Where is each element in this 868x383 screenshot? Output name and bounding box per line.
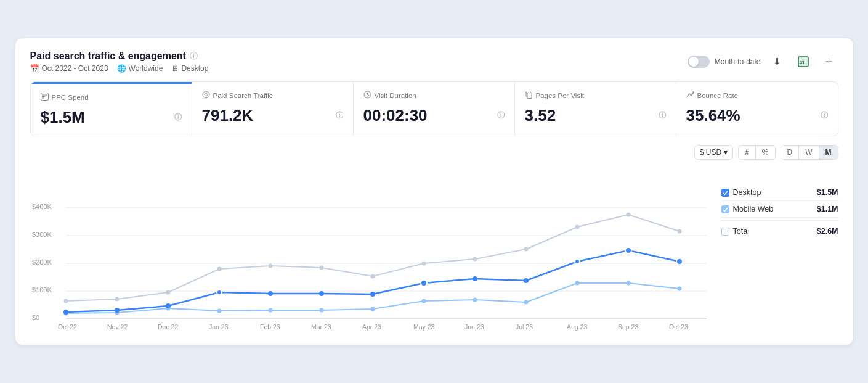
date-range-item: 📅 Oct 2022 - Oct 2023 [30, 64, 108, 73]
currency-selector[interactable]: $ USD ▾ [694, 145, 733, 160]
hash-button[interactable]: # [739, 146, 756, 159]
svg-point-66 [217, 290, 222, 295]
legend-mobile-left: Mobile Web [721, 205, 774, 213]
chart-legend: Desktop $1.5M Mobile Web $1.1M [721, 166, 838, 335]
bounce-rate-value: 35.64% ⓘ [686, 106, 828, 125]
desktop-line [66, 250, 679, 312]
region-label: Worldwide [129, 64, 163, 73]
metric-paid-traffic[interactable]: Paid Search Traffic 791.2K ⓘ [192, 82, 354, 136]
svg-text:Jul 23: Jul 23 [516, 323, 533, 331]
chevron-down-icon: ▾ [724, 148, 728, 157]
svg-text:Jun 23: Jun 23 [464, 323, 484, 331]
time-period-group: D W M [781, 145, 838, 160]
total-line [66, 215, 679, 301]
download-button[interactable]: ⬇ [768, 52, 787, 71]
ppc-icon [41, 93, 49, 102]
svg-text:$400K: $400K [32, 203, 52, 210]
svg-text:$100K: $100K [32, 286, 52, 294]
svg-point-64 [115, 308, 120, 313]
device-label: Desktop [181, 64, 208, 73]
svg-point-42 [319, 266, 323, 270]
toggle-label: Month-to-date [715, 57, 761, 66]
svg-point-60 [575, 281, 579, 286]
info-icon[interactable]: ⓘ [190, 51, 198, 62]
svg-point-41 [268, 264, 272, 268]
bounce-rate-label: Bounce Rate [686, 91, 828, 100]
svg-point-53 [217, 309, 221, 313]
calendar-icon: 📅 [30, 64, 39, 73]
visit-duration-info-icon[interactable]: ⓘ [497, 110, 505, 121]
bounce-rate-info-icon[interactable]: ⓘ [821, 110, 828, 121]
svg-point-70 [421, 280, 427, 286]
globe-icon: 🌐 [117, 64, 126, 73]
excel-export-button[interactable]: XL [794, 52, 813, 71]
paid-traffic-value: 791.2K ⓘ [202, 106, 343, 125]
legend-separator [721, 220, 838, 221]
day-button[interactable]: D [781, 146, 800, 159]
desktop-legend-label: Desktop [733, 188, 761, 197]
svg-text:Mar 23: Mar 23 [311, 323, 331, 331]
title-row: Paid search traffic & engagement ⓘ [30, 51, 209, 62]
header: Paid search traffic & engagement ⓘ 📅 Oct… [30, 51, 838, 73]
svg-point-57 [421, 299, 426, 303]
device-item: 🖥 Desktop [171, 64, 208, 73]
svg-point-68 [319, 291, 324, 296]
svg-text:Apr 23: Apr 23 [362, 323, 381, 331]
metrics-row: PPC Spend $1.5M ⓘ Paid Search Traffic 79… [30, 81, 838, 136]
metric-visit-duration[interactable]: Visit Duration 00:02:30 ⓘ [354, 82, 515, 136]
svg-point-58 [473, 298, 477, 302]
svg-point-69 [370, 292, 375, 297]
svg-point-74 [625, 247, 631, 253]
region-item: 🌐 Worldwide [117, 64, 163, 73]
svg-point-47 [575, 225, 579, 229]
legend-desktop-left: Desktop [721, 188, 761, 197]
month-to-date-toggle[interactable] [688, 56, 710, 68]
svg-text:Dec 22: Dec 22 [158, 323, 178, 331]
svg-text:May 23: May 23 [413, 323, 435, 331]
total-legend-value: $2.6M [817, 227, 838, 236]
legend-desktop: Desktop $1.5M [721, 184, 838, 201]
week-button[interactable]: W [799, 146, 819, 159]
desktop-icon: 🖥 [171, 64, 179, 73]
mobile-web-checkbox[interactable] [721, 205, 729, 213]
line-chart: $0 $100K $200K $300K $400K Oct 22 [30, 166, 712, 332]
month-button[interactable]: M [819, 146, 838, 159]
svg-text:Jan 23: Jan 23 [209, 323, 229, 331]
pages-per-visit-info-icon[interactable]: ⓘ [659, 110, 666, 121]
svg-point-43 [370, 274, 375, 279]
chart-container: $0 $100K $200K $300K $400K Oct 22 [30, 166, 838, 335]
svg-point-72 [524, 278, 529, 283]
metric-bounce-rate[interactable]: Bounce Rate 35.64% ⓘ [676, 82, 838, 136]
chart-area: $ USD ▾ # % D W M $0 $100K $200K $300K [30, 145, 838, 335]
ppc-info-icon[interactable]: ⓘ [174, 112, 182, 123]
svg-point-59 [524, 300, 528, 305]
svg-point-48 [626, 213, 630, 217]
mobile-web-legend-label: Mobile Web [733, 205, 774, 213]
mobile-web-legend-value: $1.1M [817, 205, 838, 213]
total-checkbox[interactable] [721, 228, 729, 236]
pages-per-visit-value: 3.52 ⓘ [525, 106, 666, 125]
paid-traffic-icon [202, 91, 210, 100]
currency-label: $ USD [700, 148, 721, 157]
total-legend-label: Total [733, 227, 749, 236]
svg-point-63 [63, 310, 68, 315]
svg-point-55 [319, 308, 323, 313]
legend-total-left: Total [721, 227, 749, 236]
paid-traffic-info-icon[interactable]: ⓘ [336, 110, 343, 121]
metric-pages-per-visit[interactable]: Pages Per Visit 3.52 ⓘ [515, 82, 676, 136]
add-widget-button[interactable]: + [820, 52, 838, 71]
svg-point-61 [626, 281, 630, 286]
desktop-checkbox[interactable] [721, 189, 729, 197]
svg-rect-12 [527, 93, 532, 99]
svg-text:Aug 23: Aug 23 [567, 323, 587, 331]
percent-button[interactable]: % [756, 146, 775, 159]
metric-ppc-spend[interactable]: PPC Spend $1.5M ⓘ [31, 82, 192, 136]
header-left: Paid search traffic & engagement ⓘ 📅 Oct… [30, 51, 209, 73]
legend-mobile-web: Mobile Web $1.1M [721, 201, 838, 218]
svg-point-56 [370, 307, 375, 311]
view-type-group: # % [738, 145, 775, 160]
svg-text:$200K: $200K [32, 258, 52, 266]
svg-text:Oct 23: Oct 23 [669, 323, 688, 331]
svg-text:Sep 23: Sep 23 [618, 323, 638, 331]
svg-text:Oct 22: Oct 22 [58, 323, 77, 331]
